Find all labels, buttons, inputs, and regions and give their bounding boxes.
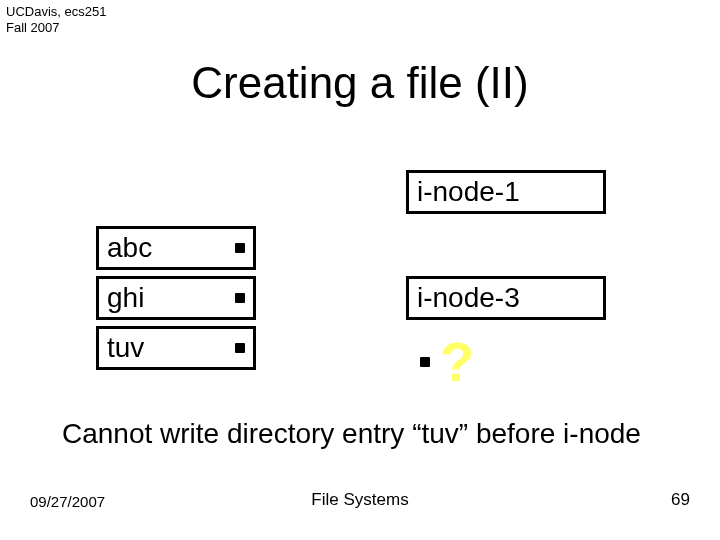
pointer-dot	[235, 293, 245, 303]
caption-text: Cannot write directory entry “tuv” befor…	[62, 418, 682, 450]
dir-label: abc	[107, 232, 152, 264]
dir-label: tuv	[107, 332, 144, 364]
question-mark: ?	[440, 334, 474, 390]
dir-row-ghi: ghi	[96, 276, 256, 320]
footer-page: 69	[671, 490, 690, 510]
dir-row-tuv: tuv	[96, 326, 256, 370]
slide-header: UCDavis, ecs251 Fall 2007	[6, 4, 106, 35]
question-row: ?	[420, 334, 474, 390]
course-code: UCDavis, ecs251	[6, 4, 106, 20]
dir-label: ghi	[107, 282, 144, 314]
footer-topic: File Systems	[0, 490, 720, 510]
pointer-dot	[420, 357, 430, 367]
inode-1-box: i-node-1	[406, 170, 606, 214]
dir-row-abc: abc	[96, 226, 256, 270]
pointer-dot	[235, 343, 245, 353]
inode-3-box: i-node-3	[406, 276, 606, 320]
inode-3-label: i-node-3	[417, 282, 520, 314]
pointer-dot	[235, 243, 245, 253]
term: Fall 2007	[6, 20, 106, 36]
slide-title: Creating a file (II)	[0, 58, 720, 108]
inode-1-label: i-node-1	[417, 176, 520, 208]
